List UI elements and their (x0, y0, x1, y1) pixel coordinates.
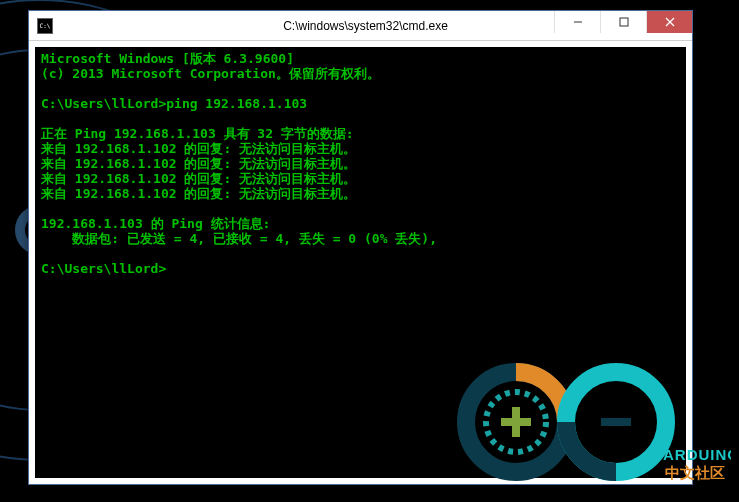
terminal-line: 来自 192.168.1.102 的回复: 无法访问目标主机。 (41, 156, 680, 171)
terminal-line: 来自 192.168.1.102 的回复: 无法访问目标主机。 (41, 171, 680, 186)
terminal-line: 来自 192.168.1.102 的回复: 无法访问目标主机。 (41, 141, 680, 156)
terminal-line: 192.168.1.103 的 Ping 统计信息: (41, 216, 680, 231)
terminal-line: 正在 Ping 192.168.1.103 具有 32 字节的数据: (41, 126, 680, 141)
terminal-line: 数据包: 已发送 = 4, 已接收 = 4, 丢失 = 0 (0% 丢失), (41, 231, 680, 246)
minimize-icon (573, 17, 583, 27)
terminal-line (41, 201, 680, 216)
terminal-line (41, 246, 680, 261)
app-icon (37, 18, 53, 34)
close-button[interactable] (646, 11, 692, 33)
terminal-line: Microsoft Windows [版本 6.3.9600] (41, 51, 680, 66)
maximize-icon (619, 17, 629, 27)
terminal-line: C:\Users\llLord>ping 192.168.1.103 (41, 96, 680, 111)
terminal-line: (c) 2013 Microsoft Corporation。保留所有权利。 (41, 66, 680, 81)
window-buttons (554, 11, 692, 33)
terminal-output[interactable]: Microsoft Windows [版本 6.3.9600](c) 2013 … (35, 47, 686, 478)
terminal-line: C:\Users\llLord> (41, 261, 680, 276)
svg-rect-4 (620, 18, 628, 26)
titlebar[interactable]: C:\windows\system32\cmd.exe (29, 11, 692, 41)
maximize-button[interactable] (600, 11, 646, 33)
terminal-line (41, 111, 680, 126)
cmd-window: C:\windows\system32\cmd.exe Microsoft Wi… (28, 10, 693, 485)
minimize-button[interactable] (554, 11, 600, 33)
terminal-line: 来自 192.168.1.102 的回复: 无法访问目标主机。 (41, 186, 680, 201)
terminal-line (41, 81, 680, 96)
close-icon (665, 17, 675, 27)
